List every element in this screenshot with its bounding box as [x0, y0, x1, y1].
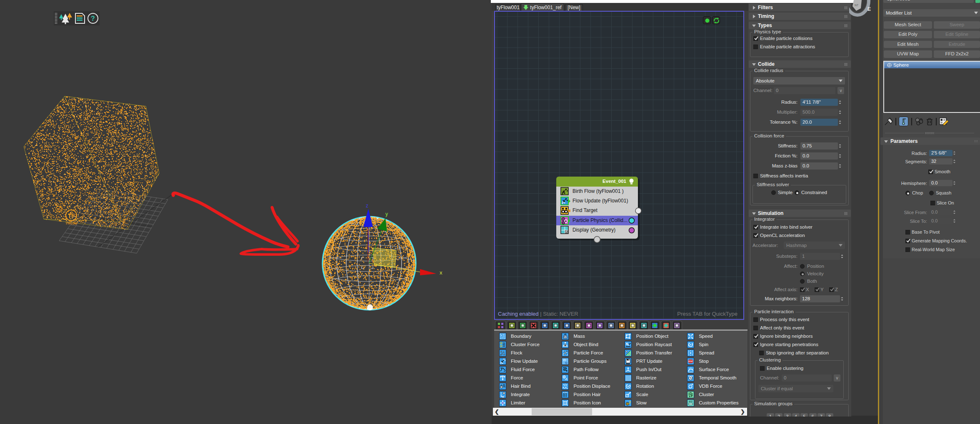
svg-text:TF: TF: [68, 212, 75, 219]
svg-text:XYZ: XYZ: [689, 400, 693, 403]
svg-text:PRT: PRT: [626, 363, 630, 365]
svg-text:KG: KG: [564, 336, 567, 338]
svg-text:y: y: [385, 211, 388, 217]
svg-text:NT: NT: [855, 4, 859, 7]
svg-text:x: x: [440, 269, 442, 276]
svg-text:?: ?: [91, 15, 95, 22]
svg-text:z: z: [366, 203, 368, 209]
svg-text:F: F: [58, 207, 60, 211]
svg-text:TYFLOW: TYFLOW: [65, 222, 77, 225]
svg-text:E: E: [868, 6, 871, 12]
svg-text:STOP: STOP: [688, 360, 693, 362]
